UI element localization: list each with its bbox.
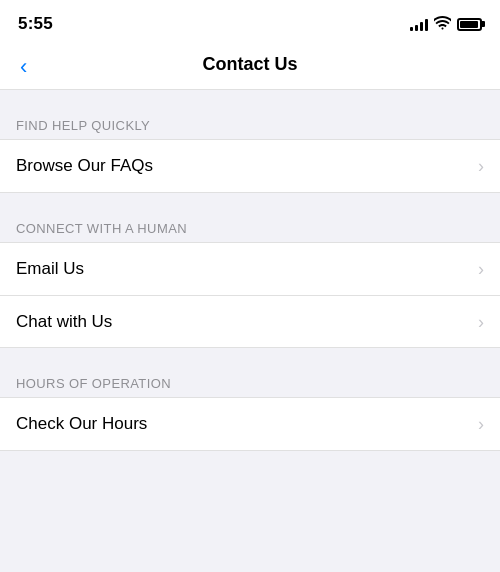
list-item-check-hours[interactable]: Check Our Hours›	[0, 398, 500, 450]
section-header-connect: CONNECT WITH A HUMAN	[0, 213, 500, 242]
list-item-email-us[interactable]: Email Us›	[0, 243, 500, 295]
signal-icon	[410, 17, 428, 31]
page-title: Contact Us	[202, 54, 297, 75]
status-bar: 5:55	[0, 0, 500, 44]
section-list-connect: Email Us›Chat with Us›	[0, 242, 500, 348]
wifi-icon	[434, 16, 451, 32]
list-item-label-email-us: Email Us	[16, 259, 84, 279]
list-item-label-chat-with-us: Chat with Us	[16, 312, 112, 332]
sections-container: FIND HELP QUICKLYBrowse Our FAQs›CONNECT…	[0, 110, 500, 451]
section-hours: HOURS OF OPERATIONCheck Our Hours›	[0, 368, 500, 451]
battery-icon	[457, 18, 482, 31]
section-list-find-help: Browse Our FAQs›	[0, 139, 500, 193]
nav-bar: ‹ Contact Us	[0, 44, 500, 90]
list-item-label-browse-faqs: Browse Our FAQs	[16, 156, 153, 176]
status-time: 5:55	[18, 14, 53, 34]
section-list-hours: Check Our Hours›	[0, 397, 500, 451]
chevron-icon-check-hours: ›	[478, 415, 484, 433]
status-icons	[410, 16, 482, 32]
section-connect: CONNECT WITH A HUMANEmail Us›Chat with U…	[0, 213, 500, 348]
list-item-browse-faqs[interactable]: Browse Our FAQs›	[0, 140, 500, 192]
section-header-find-help: FIND HELP QUICKLY	[0, 110, 500, 139]
section-header-hours: HOURS OF OPERATION	[0, 368, 500, 397]
chevron-icon-chat-with-us: ›	[478, 313, 484, 331]
back-button[interactable]: ‹	[16, 52, 35, 82]
list-item-chat-with-us[interactable]: Chat with Us›	[0, 295, 500, 347]
chevron-icon-browse-faqs: ›	[478, 157, 484, 175]
section-find-help: FIND HELP QUICKLYBrowse Our FAQs›	[0, 110, 500, 193]
list-item-label-check-hours: Check Our Hours	[16, 414, 147, 434]
chevron-icon-email-us: ›	[478, 260, 484, 278]
